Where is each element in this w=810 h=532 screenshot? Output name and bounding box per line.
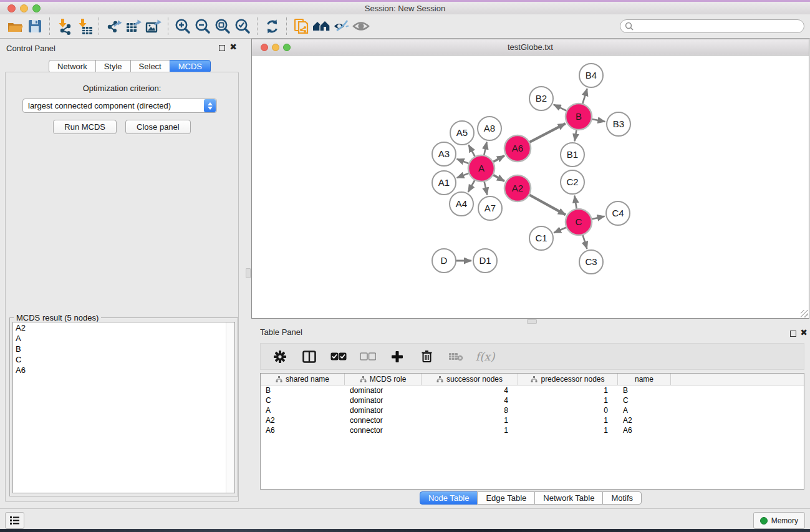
table-tab-network-table[interactable]: Network Table — [534, 491, 603, 505]
graph-node-A[interactable]: A — [468, 155, 494, 181]
table-tab-node-table[interactable]: Node Table — [420, 491, 478, 505]
gear-icon — [273, 350, 287, 364]
float-table-panel-icon[interactable] — [790, 331, 796, 337]
show-panels-button[interactable] — [5, 512, 24, 529]
unselect-all-button[interactable] — [360, 349, 376, 365]
mcds-result-item[interactable]: B — [13, 344, 234, 354]
table-tab-motifs[interactable]: Motifs — [602, 491, 642, 505]
graph-node-A4[interactable]: A4 — [450, 192, 473, 216]
network-canvas[interactable]: B4B2BB3A5A8A6A3B1AA1C2A2A4A7CC4C1DD1C3 — [252, 56, 809, 318]
graph-node-C4[interactable]: C4 — [606, 201, 630, 225]
add-row-button[interactable] — [389, 349, 405, 365]
mcds-result-item[interactable]: A — [13, 333, 234, 344]
network-window-titlebar: testGlobe.txt — [252, 39, 809, 56]
graph-node-B[interactable]: B — [566, 104, 592, 130]
select-all-button[interactable] — [330, 349, 347, 365]
graph-node-B1[interactable]: B1 — [561, 143, 584, 167]
graph-node-C[interactable]: C — [566, 209, 592, 235]
unchecked-boxes-icon — [360, 352, 376, 360]
graph-node-B4[interactable]: B4 — [579, 64, 603, 87]
zoom-selected-button[interactable] — [233, 16, 253, 36]
graph-node-A6[interactable]: A6 — [504, 135, 531, 162]
function-builder-button[interactable]: f(x) — [477, 349, 493, 365]
table-row[interactable]: Bdominator41B — [261, 385, 804, 395]
import-network-button[interactable] — [54, 16, 74, 36]
graph-node-C3[interactable]: C3 — [579, 250, 603, 274]
close-panel-icon[interactable]: ✖ — [229, 42, 237, 52]
table-cell: 1 — [518, 425, 618, 435]
graph-node-B2[interactable]: B2 — [529, 87, 553, 110]
graph-node-B3[interactable]: B3 — [607, 112, 630, 136]
column-header-predecessor-nodes[interactable]: predecessor nodes — [518, 374, 618, 385]
horizontal-split-handle[interactable] — [527, 319, 537, 324]
svg-text:A4: A4 — [456, 198, 467, 209]
open-session-button[interactable] — [5, 16, 25, 36]
control-tab-mcds[interactable]: MCDS — [170, 60, 211, 73]
delete-table-button[interactable] — [448, 349, 464, 365]
table-body: Bdominator41BCdominator41CAdominator80AA… — [261, 385, 804, 435]
svg-text:A3: A3 — [438, 148, 450, 159]
control-tab-style[interactable]: Style — [95, 60, 131, 73]
table-cell: dominator — [345, 405, 422, 415]
table-settings-button[interactable] — [272, 349, 288, 365]
table-cell: C — [261, 395, 345, 405]
show-columns-button[interactable] — [301, 349, 317, 365]
table-tab-edge-table[interactable]: Edge Table — [477, 491, 535, 505]
window-resize-grip[interactable] — [801, 310, 808, 317]
column-header-MCDS-role[interactable]: MCDS role — [345, 374, 422, 385]
control-tab-select[interactable]: Select — [130, 60, 170, 73]
zoom-fit-button[interactable] — [213, 16, 233, 36]
network-graph: B4B2BB3A5A8A6A3B1AA1C2A2A4A7CC4C1DD1C3 — [252, 56, 809, 318]
result-list-scrollbar[interactable] — [226, 322, 234, 493]
network-title: testGlobe.txt — [252, 42, 809, 52]
graph-node-D[interactable]: D — [432, 249, 456, 273]
graph-node-C1[interactable]: C1 — [529, 226, 553, 250]
fx-icon: f(x) — [476, 350, 495, 363]
table-row[interactable]: Cdominator41C — [261, 395, 804, 405]
close-panel-button[interactable]: Close panel — [125, 120, 191, 134]
vertical-split-handle[interactable] — [246, 268, 251, 278]
column-header-shared-name[interactable]: shared name — [261, 374, 345, 385]
graph-node-A8[interactable]: A8 — [478, 117, 501, 140]
table-row[interactable]: Adominator80A — [261, 405, 804, 415]
hide-graphics-details-button[interactable] — [331, 16, 351, 36]
graph-node-A2[interactable]: A2 — [504, 175, 531, 201]
table-row[interactable]: A2connector11A2 — [261, 415, 804, 425]
export-table-button[interactable] — [123, 16, 143, 36]
zoom-out-button[interactable] — [193, 16, 213, 36]
mcds-result-item[interactable]: C — [13, 354, 234, 365]
search-box[interactable] — [620, 19, 804, 33]
graph-node-C2[interactable]: C2 — [561, 170, 584, 194]
column-header-successor-nodes[interactable]: successor nodes — [422, 374, 518, 385]
save-session-button[interactable] — [25, 16, 45, 36]
memory-button[interactable]: Memory — [753, 512, 805, 529]
mcds-result-item[interactable]: A2 — [13, 322, 234, 333]
refresh-button[interactable] — [262, 16, 282, 36]
mcds-result-item[interactable]: A6 — [13, 365, 234, 375]
session-title: Session: New Session — [0, 4, 810, 13]
delete-row-button[interactable] — [418, 349, 435, 365]
control-tab-network[interactable]: Network — [49, 60, 96, 73]
graph-node-D1[interactable]: D1 — [473, 249, 497, 273]
import-table-button[interactable] — [74, 16, 94, 36]
column-header-name[interactable]: name — [618, 374, 671, 385]
close-table-panel-icon[interactable]: ✖ — [800, 327, 808, 337]
export-network-button[interactable] — [104, 16, 123, 36]
export-image-button[interactable] — [143, 16, 163, 36]
zoom-in-button[interactable] — [173, 16, 193, 36]
trash-icon — [421, 350, 433, 363]
run-mcds-button[interactable]: Run MCDS — [53, 120, 117, 134]
graph-node-A3[interactable]: A3 — [432, 142, 456, 166]
show-graphics-details-button[interactable] — [351, 16, 371, 36]
chevron-up-icon — [208, 102, 213, 105]
table-row[interactable]: A6connector11A6 — [261, 425, 804, 435]
graph-node-A5[interactable]: A5 — [450, 121, 474, 145]
search-input[interactable] — [634, 22, 804, 31]
graph-node-A7[interactable]: A7 — [478, 196, 502, 220]
clone-network-button[interactable] — [291, 16, 311, 36]
network-overview-button[interactable] — [311, 16, 331, 36]
graph-node-A1[interactable]: A1 — [432, 171, 456, 195]
criterion-dropdown[interactable]: largest connected component (directed) — [22, 99, 217, 113]
svg-text:B1: B1 — [567, 149, 578, 160]
float-panel-icon[interactable] — [219, 45, 225, 51]
